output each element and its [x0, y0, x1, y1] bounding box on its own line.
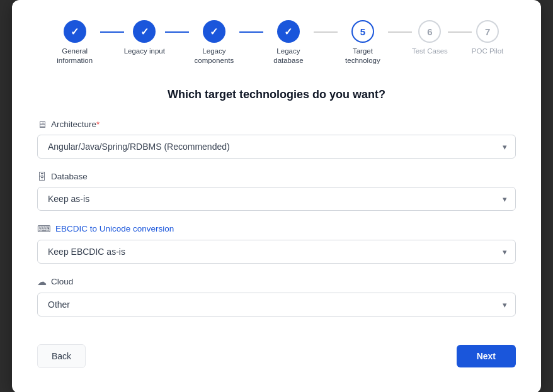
step-2: ✓ Legacy input	[124, 20, 165, 56]
architecture-label-row: 🖥 Architecture*	[37, 119, 516, 130]
next-button[interactable]: Next	[457, 345, 516, 367]
ebcdic-select-wrap: Keep EBCDIC as-is Convert to Unicode ▾	[37, 240, 516, 264]
step-5-number: 5	[360, 26, 365, 37]
connector-5-6	[388, 20, 412, 33]
step-5-label: Target technology	[338, 47, 388, 65]
architecture-select-wrap: Angular/Java/Spring/RDBMS (Recommended) …	[37, 135, 516, 159]
cloud-label: Cloud	[51, 277, 73, 286]
step-1-label: General information	[50, 47, 100, 65]
database-select[interactable]: Keep as-is PostgreSQL MySQL Oracle	[37, 187, 516, 211]
step-5-circle: 5	[351, 20, 374, 43]
step-4-check-icon: ✓	[284, 26, 292, 38]
step-4-label: Legacy database	[263, 47, 314, 65]
step-1-circle: ✓	[64, 20, 86, 43]
connector-3-4	[239, 20, 263, 33]
connector-1-2	[100, 20, 124, 33]
step-4-circle: ✓	[277, 20, 300, 43]
cloud-label-row: ☁ Cloud	[37, 276, 516, 288]
ebcdic-field: ⌨ EBCDIC to Unicode conversion Keep EBCD…	[37, 223, 516, 264]
database-field: 🗄 Database Keep as-is PostgreSQL MySQL O…	[37, 171, 516, 211]
step-3-check-icon: ✓	[210, 26, 218, 38]
cloud-icon: ☁	[37, 276, 47, 288]
step-5: 5 Target technology	[338, 20, 388, 65]
step-3-circle: ✓	[203, 20, 225, 43]
database-select-wrap: Keep as-is PostgreSQL MySQL Oracle ▾	[37, 187, 516, 211]
step-6-label: Test Cases	[412, 47, 448, 56]
step-7-number: 7	[485, 26, 490, 37]
database-icon: 🗄	[37, 171, 47, 182]
step-3: ✓ Legacy components	[189, 20, 239, 65]
step-6-circle: 6	[418, 20, 441, 43]
cloud-select[interactable]: Other AWS Azure GCP	[37, 293, 516, 316]
cloud-select-wrap: Other AWS Azure GCP ▾	[37, 293, 516, 316]
main-card: ✓ General information ✓ Legacy input ✓ L…	[12, 0, 541, 392]
cloud-field: ☁ Cloud Other AWS Azure GCP ▾	[37, 276, 516, 316]
database-label-row: 🗄 Database	[37, 171, 516, 182]
step-1: ✓ General information	[50, 20, 100, 65]
step-4: ✓ Legacy database	[263, 20, 314, 65]
step-7-label: POC Pilot	[472, 47, 504, 56]
ebcdic-icon: ⌨	[37, 223, 51, 235]
step-2-check-icon: ✓	[140, 26, 149, 38]
connector-2-3	[165, 20, 189, 33]
architecture-field: 🖥 Architecture* Angular/Java/Spring/RDBM…	[37, 119, 516, 159]
step-2-circle: ✓	[133, 20, 156, 43]
database-label: Database	[51, 172, 88, 181]
step-6-number: 6	[427, 26, 432, 37]
connector-4-5	[314, 20, 338, 33]
architecture-select[interactable]: Angular/Java/Spring/RDBMS (Recommended) …	[37, 135, 516, 159]
step-6: 6 Test Cases	[412, 20, 448, 56]
ebcdic-label-row: ⌨ EBCDIC to Unicode conversion	[37, 223, 516, 235]
stepper: ✓ General information ✓ Legacy input ✓ L…	[37, 20, 516, 65]
step-7: 7 POC Pilot	[472, 20, 504, 56]
architecture-label: Architecture*	[51, 120, 100, 129]
step-7-circle: 7	[476, 20, 499, 43]
ebcdic-select[interactable]: Keep EBCDIC as-is Convert to Unicode	[37, 240, 516, 264]
connector-6-7	[448, 20, 472, 33]
back-button[interactable]: Back	[37, 344, 86, 368]
page-title: Which target technologies do you want?	[37, 88, 516, 101]
ebcdic-label: EBCDIC to Unicode conversion	[55, 224, 174, 233]
architecture-icon: 🖥	[37, 119, 47, 130]
step-1-check-icon: ✓	[71, 26, 79, 38]
step-2-label: Legacy input	[124, 47, 165, 56]
footer: Back Next	[37, 329, 516, 368]
step-3-label: Legacy components	[189, 47, 239, 65]
